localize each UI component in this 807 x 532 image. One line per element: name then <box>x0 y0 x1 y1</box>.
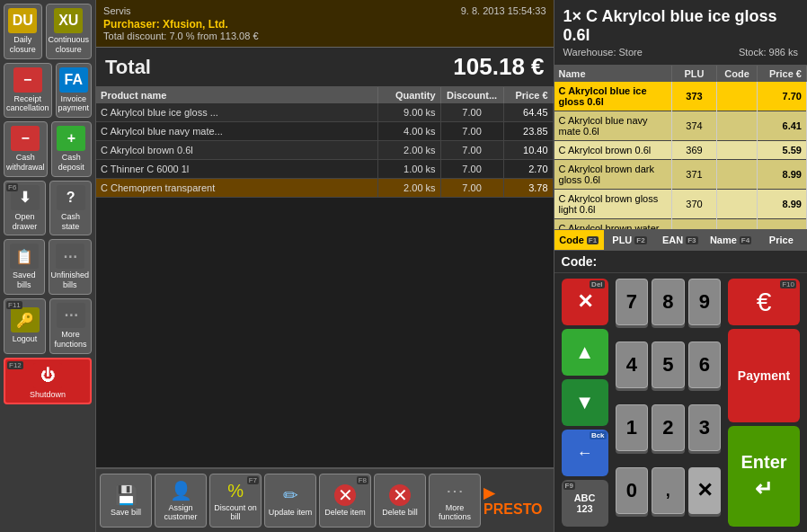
table-row[interactable]: C Chemopren transparent 2.00 ks 7.00 3.7… <box>96 179 553 198</box>
price-cell: 8.99 <box>758 160 807 190</box>
table-row[interactable]: C Thinner C 6000 1l 1.00 ks 7.00 2.70 <box>96 160 553 179</box>
more-toolbar-icon: ⋯ <box>446 480 464 501</box>
numpad-left: ✕ Del ▲ ▼ ← Bck ABC123 F9 <box>562 279 608 527</box>
code-cell <box>717 141 758 160</box>
discount-label: Total discount: 7.0 % from 113.08 € <box>103 31 546 41</box>
col-quantity: Quantity <box>377 87 440 103</box>
table-row[interactable]: C Akrylcol blue ice gloss ... 9.00 ks 7.… <box>96 103 553 122</box>
sidebar-open-drawer-btn[interactable]: F6 ⬇ Open drawer <box>4 181 46 236</box>
saved-bills-label: Saved bills <box>6 270 42 290</box>
list-item[interactable]: C Akrylcol brown gloss light 0.6l 370 8.… <box>554 190 807 219</box>
sidebar-logout-btn[interactable]: F11 🔑 Logout <box>4 298 46 354</box>
sidebar-cash-state-btn[interactable]: ? Cash state <box>49 181 92 236</box>
price-cell: 5.59 <box>758 219 807 230</box>
sidebar-receipt-cancellation-btn[interactable]: − Receipt cancellation <box>4 63 52 119</box>
delete-bill-btn[interactable]: ✕ Delete bill <box>374 474 426 528</box>
table-row[interactable]: C Akrylcol blue navy mate... 4.00 ks 7.0… <box>96 122 553 141</box>
receipt-total: Total 105.18 € <box>96 48 554 87</box>
save-bill-btn[interactable]: 💾 Save bill <box>100 474 152 528</box>
back-btn[interactable]: ← Bck <box>562 430 608 476</box>
num-5-btn[interactable]: 5 <box>652 341 684 388</box>
list-item[interactable]: C Akrylcol brown dark gloss 0.6l 371 8.9… <box>554 160 807 190</box>
col-discount: Discount... <box>440 87 503 103</box>
discount-on-bill-btn[interactable]: F7 % Discount on bill <box>209 474 262 528</box>
cash-state-label: Cash state <box>52 212 89 232</box>
search-price-btn[interactable]: Price <box>757 230 807 250</box>
product-header: 1× C Akrylcol blue ice gloss 0.6l Wareho… <box>554 0 807 66</box>
f4-badge: F4 <box>740 236 751 244</box>
more-toolbar-functions-btn[interactable]: ⋯ More functions <box>429 474 481 528</box>
f12-badge: F12 <box>7 361 23 369</box>
num-7-btn[interactable]: 7 <box>616 279 648 325</box>
search-ean-btn[interactable]: EAN F3 <box>655 230 705 250</box>
cash-withdrawal-icon: − <box>11 126 40 151</box>
total-amount: 105.18 € <box>453 53 544 81</box>
list-item[interactable]: C Akrylcol blue ice gloss 0.6l 373 7.70 <box>554 82 807 111</box>
list-item[interactable]: C Akrylcol brown 0.6l 369 5.59 <box>554 141 807 160</box>
product-name-cell: C Akrylcol brown water mate 0.6l <box>554 219 672 230</box>
assign-customer-btn[interactable]: 👤 Assign customer <box>155 474 207 528</box>
product-name-cell: C Akrylcol brown 0.6l <box>96 141 377 160</box>
delete-item-btn[interactable]: F8 ✕ Delete item <box>319 474 371 528</box>
abc-btn[interactable]: ABC123 F9 <box>562 480 608 527</box>
sidebar-more-functions-btn[interactable]: ⋯ More functions <box>49 298 92 354</box>
search-name-btn[interactable]: Name F4 <box>705 230 756 250</box>
up-btn[interactable]: ▲ <box>562 329 608 376</box>
sidebar-continuous-closure-btn[interactable]: XU Continuous closure <box>46 4 93 59</box>
price-cell: 23.85 <box>503 122 553 141</box>
price-cell: 8.99 <box>758 190 807 219</box>
delete-item-icon: ✕ <box>334 484 356 506</box>
search-plu-label: PLU <box>612 235 632 245</box>
invoice-payment-label: Invoice payment <box>58 94 90 114</box>
sidebar-saved-bills-btn[interactable]: 📋 Saved bills <box>4 239 45 295</box>
num-1-btn[interactable]: 1 <box>616 404 648 451</box>
code-cell <box>717 219 758 230</box>
down-btn[interactable]: ▼ <box>562 379 608 426</box>
search-row: Code F1 PLU F2 EAN F3 Name F4 Price <box>554 229 807 251</box>
euro-btn[interactable]: € F10 <box>728 279 800 325</box>
num-3-btn[interactable]: 3 <box>688 404 721 451</box>
sidebar-shutdown-btn[interactable]: F12 ⏻ Shutdown <box>4 358 92 405</box>
col-price: Price € <box>503 87 553 103</box>
sidebar-daily-closure-btn[interactable]: DU Daily closure <box>4 4 42 59</box>
receipt-header: Servis 9. 8. 2013 15:54:33 Purchaser: Xf… <box>96 0 554 48</box>
num-comma-btn[interactable]: , <box>652 467 684 514</box>
unfinished-bills-label: Unfinished bills <box>51 270 90 290</box>
num-2-btn[interactable]: 2 <box>652 404 684 451</box>
more-toolbar-label: More functions <box>431 503 478 521</box>
table-row[interactable]: C Akrylcol brown 0.6l 2.00 ks 7.00 10.40 <box>96 141 553 160</box>
logout-icon: 🔑 <box>11 307 40 332</box>
sidebar-cash-withdrawal-btn[interactable]: − Cash withdrawal <box>4 121 48 177</box>
num-9-btn[interactable]: 9 <box>688 279 721 325</box>
list-item[interactable]: C Akrylcol blue navy mate 0.6l 374 6.41 <box>554 111 807 141</box>
list-item[interactable]: C Akrylcol brown water mate 0.6l 372 5.5… <box>554 219 807 230</box>
num-6-btn[interactable]: 6 <box>688 341 721 388</box>
enter-btn[interactable]: Enter ↵ <box>728 426 800 527</box>
price-cell: 6.41 <box>758 111 807 141</box>
delete-item-label: Delete item <box>324 508 366 517</box>
search-plu-btn[interactable]: PLU F2 <box>605 230 655 250</box>
sidebar-invoice-payment-btn[interactable]: FA Invoice payment <box>56 63 93 119</box>
cash-deposit-icon: + <box>57 126 85 151</box>
sidebar: DU Daily closure XU Continuous closure −… <box>0 0 96 532</box>
sidebar-unfinished-bills-btn[interactable]: ⋯ Unfinished bills <box>49 239 93 295</box>
f2-badge: F2 <box>634 236 646 244</box>
num-8-btn[interactable]: 8 <box>652 279 684 325</box>
num-cross-btn[interactable]: ✕ <box>688 467 721 514</box>
product-name-cell: C Akrylcol blue ice gloss ... <box>96 103 377 122</box>
plu-cell: 372 <box>672 219 717 230</box>
product-name-cell: C Thinner C 6000 1l <box>96 160 377 179</box>
delete-btn[interactable]: ✕ Del <box>562 279 608 325</box>
du-icon: DU <box>8 8 37 33</box>
payment-btn[interactable]: Payment <box>728 329 800 422</box>
search-code-btn[interactable]: Code F1 <box>554 230 605 250</box>
update-item-label: Update item <box>269 508 313 517</box>
update-item-btn[interactable]: ✏ Update item <box>264 474 316 528</box>
f8-badge: F8 <box>357 476 368 484</box>
num-0-btn[interactable]: 0 <box>616 467 648 514</box>
num-4-btn[interactable]: 4 <box>616 341 648 388</box>
product-title: 1× C Akrylcol blue ice gloss 0.6l <box>563 7 798 45</box>
right-panel: 1× C Akrylcol blue ice gloss 0.6l Wareho… <box>554 0 807 532</box>
price-cell: 64.45 <box>503 103 553 122</box>
sidebar-cash-deposit-btn[interactable]: + Cash deposit <box>51 121 93 177</box>
